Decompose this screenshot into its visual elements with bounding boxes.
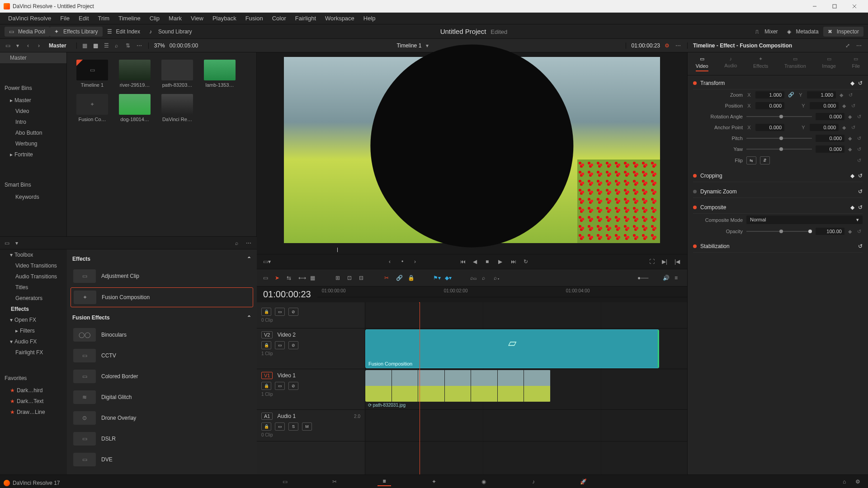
effects-group-header[interactable]: Fusion Effects⌃ — [71, 312, 253, 324]
nav-openfx[interactable]: ▾Open FX — [0, 314, 67, 325]
sound-library-toggle[interactable]: ♪Sound Library — [145, 27, 197, 37]
yaw-slider[interactable] — [746, 149, 812, 150]
zoom-out-icon[interactable]: ⌕▾ — [494, 275, 500, 281]
timeline-options-icon[interactable]: ≡ — [675, 275, 681, 281]
menu-clip[interactable]: Clip — [145, 15, 164, 22]
playhead-dot-icon[interactable]: • — [401, 258, 408, 265]
effects-group-header[interactable]: Effects⌃ — [71, 253, 253, 265]
zoom-x-input[interactable]: 1.000 — [755, 91, 784, 99]
prev-frame-icon[interactable]: ◀ — [473, 258, 479, 265]
keyframe-icon[interactable]: ◆ — [840, 92, 845, 98]
pitch-input[interactable]: 0.000 — [816, 135, 844, 142]
last-frame-icon[interactable]: ⏭ — [511, 258, 517, 265]
smart-bin-item[interactable]: Keywords — [0, 192, 66, 202]
keyframe-icon[interactable]: ◆ — [848, 229, 854, 235]
menu-file[interactable]: File — [56, 15, 74, 22]
stabilization-header[interactable]: Stabilization↺ — [693, 240, 863, 253]
inspector-tab-video[interactable]: ▭Video — [696, 56, 708, 71]
flip-v-button[interactable]: ⇵ — [760, 156, 770, 164]
track-header-v3[interactable]: 🔒▭⊘ 0 Clip — [257, 302, 365, 328]
more-icon[interactable]: ⋯ — [856, 42, 863, 49]
lock-icon[interactable]: 🔒 — [261, 422, 271, 431]
timeline-view-icon[interactable]: ▭ — [263, 275, 269, 281]
audio-icon[interactable]: 🔊 — [663, 275, 669, 281]
collapse-icon[interactable]: ⌃ — [247, 314, 251, 321]
menu-workspace[interactable]: Workspace — [321, 15, 359, 22]
inspector-tab-effects[interactable]: ✦Effects — [753, 56, 768, 71]
reset-icon[interactable]: ↺ — [857, 136, 863, 141]
reset-icon[interactable]: ↺ — [857, 158, 863, 164]
reset-icon[interactable]: ↺ — [857, 114, 863, 120]
effect-item[interactable]: ▭Colored Border — [71, 367, 253, 386]
view-thumb-icon[interactable]: ▦ — [93, 42, 99, 49]
insert-icon[interactable]: ⊞ — [335, 275, 342, 281]
track-header-a1[interactable]: A1Audio 12.0 🔒▭SM 0 Clip — [257, 410, 365, 441]
effect-item[interactable]: ◯◯Binoculars — [71, 325, 253, 344]
effect-item-selected[interactable]: ✦Fusion Composition — [71, 287, 253, 307]
timeline-ruler[interactable]: 01:00:00:00 01:00:02:00 01:00:04:00 — [317, 286, 687, 297]
prev-clip-icon[interactable]: |◀ — [675, 258, 681, 265]
menu-app[interactable]: DaVinci Resolve — [4, 15, 56, 22]
power-bin-item[interactable]: Abo Button — [0, 127, 66, 138]
mixer-toggle[interactable]: ⎍Mixer — [751, 27, 782, 37]
play-icon[interactable]: ▶ — [498, 258, 505, 265]
power-bin-item[interactable]: ▸Master — [0, 95, 66, 106]
blade-icon[interactable]: ✂ — [384, 275, 391, 281]
playhead[interactable] — [420, 302, 420, 474]
lock-icon[interactable]: 🔒 — [261, 341, 271, 349]
clip-thumb[interactable]: dog-18014… — [117, 94, 153, 122]
page-media[interactable]: ▭ — [278, 477, 292, 486]
effect-item[interactable]: ▭DVE — [71, 450, 253, 469]
menu-timeline[interactable]: Timeline — [114, 15, 145, 22]
opacity-slider[interactable] — [746, 231, 812, 232]
yaw-input[interactable]: 0.000 — [816, 145, 844, 153]
nav-item[interactable]: Generators — [0, 293, 67, 304]
keyframe-icon[interactable]: ◆ — [842, 125, 848, 131]
menu-trim[interactable]: Trim — [94, 15, 114, 22]
power-bin-item[interactable]: ▸Fortnite — [0, 149, 66, 160]
clip-thumb[interactable]: DaVinci Re… — [159, 94, 195, 122]
panel-layout-icon[interactable]: ▭ — [5, 42, 12, 49]
prev-edit-icon[interactable]: ‹ — [389, 258, 395, 265]
reset-icon[interactable]: ↺ — [851, 125, 857, 131]
menu-edit[interactable]: Edit — [74, 15, 93, 22]
timeline-lanes[interactable]: ▱ Fusion Composition ⟳ path-832031.jpg — [365, 302, 687, 474]
search-icon[interactable]: ⌕ — [115, 42, 121, 49]
nav-item[interactable]: Effects — [0, 304, 67, 314]
clip-thumb[interactable]: lamb-1353… — [202, 60, 238, 88]
inspector-tab-image[interactable]: ▭Image — [822, 56, 836, 71]
view-metadata-icon[interactable]: ▦ — [82, 42, 89, 49]
pitch-slider[interactable] — [746, 138, 812, 139]
nav-item[interactable]: ▸Filters — [0, 325, 67, 336]
zoom-timeline-icon[interactable]: ⌕ — [482, 275, 488, 281]
auto-select-icon[interactable]: ▭ — [275, 308, 285, 316]
next-edit-icon[interactable]: › — [414, 258, 420, 265]
settings-icon[interactable]: ⚙ — [855, 479, 862, 485]
gear-icon[interactable]: ⚙ — [665, 42, 671, 49]
page-edit[interactable]: ≡ — [377, 477, 391, 486]
power-bin-item[interactable]: Video — [0, 106, 66, 117]
transform-header[interactable]: Transform◆↺ — [693, 77, 863, 89]
clip-trim-handle[interactable] — [658, 330, 659, 368]
clip-fusion[interactable]: ▱ Fusion Composition — [365, 329, 659, 368]
anchor-y-input[interactable]: 0.000 — [810, 124, 839, 131]
menu-fusion[interactable]: Fusion — [241, 15, 268, 22]
page-color[interactable]: ◉ — [477, 477, 491, 486]
panel-layout-icon[interactable]: ▭ — [5, 240, 11, 246]
nav-item[interactable]: Titles — [0, 282, 67, 293]
viewer-zoom[interactable]: 37% — [154, 42, 165, 49]
window-close-button[interactable] — [844, 0, 864, 13]
sort-icon[interactable]: ⇅ — [126, 42, 132, 49]
blade-tool-icon[interactable]: ▦ — [310, 275, 316, 281]
replace-icon[interactable]: ⊟ — [359, 275, 365, 281]
menu-color[interactable]: Color — [268, 15, 291, 22]
match-frame-icon[interactable]: ▭▾ — [263, 258, 269, 265]
fullscreen-icon[interactable]: ⛶ — [649, 258, 656, 265]
effect-item[interactable]: ▭DSLR — [71, 429, 253, 448]
solo-button[interactable]: S — [288, 422, 298, 431]
composite-header[interactable]: Composite◆↺ — [693, 202, 863, 214]
lock-icon[interactable]: 🔒 — [261, 308, 271, 316]
trim-tool-icon[interactable]: ⇆ — [287, 275, 293, 281]
fav-item[interactable]: ★Draw…Line — [0, 407, 67, 418]
menu-playback[interactable]: Playback — [208, 15, 241, 22]
